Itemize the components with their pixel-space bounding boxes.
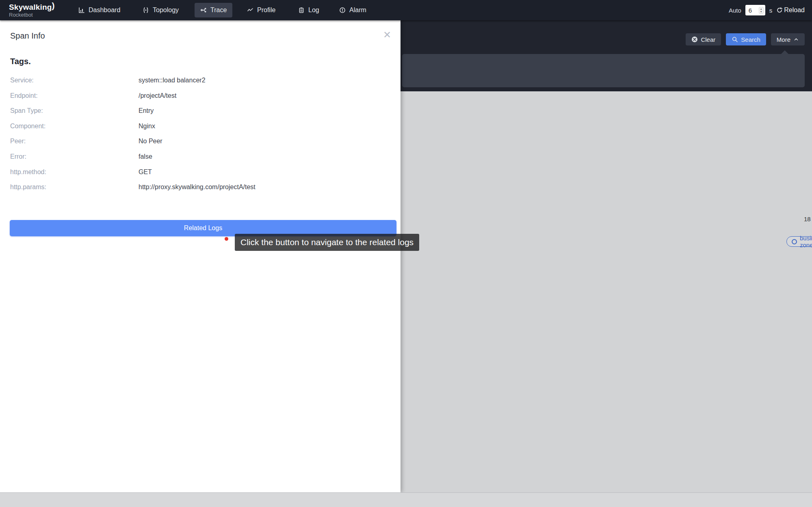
field-label: Endpoint: bbox=[10, 92, 38, 99]
clear-label: Clear bbox=[701, 36, 715, 43]
span-field-row: http.params:http://proxy.skywalking.com/… bbox=[0, 183, 401, 192]
modal-title: Span Info bbox=[10, 31, 45, 41]
nav-item-label: Profile bbox=[257, 6, 275, 14]
service-pill-projectA[interactable]: business-zone::projectA bbox=[786, 236, 812, 247]
clear-icon bbox=[691, 36, 698, 43]
reload-icon bbox=[776, 7, 783, 13]
more-options-panel bbox=[402, 54, 805, 87]
more-panel-notch bbox=[781, 50, 789, 54]
chevron-up-icon bbox=[793, 37, 799, 42]
span-field-row: Peer:No Peer bbox=[0, 138, 401, 147]
field-value: Nginx bbox=[139, 123, 155, 130]
close-icon[interactable]: ✕ bbox=[383, 29, 391, 41]
number-stepper-icon[interactable]: ▲▼ bbox=[759, 7, 764, 14]
field-label: Span Type: bbox=[10, 107, 43, 114]
span-info-modal: Span Info ✕ Tags. Service:system::load b… bbox=[0, 20, 401, 492]
logo-subtitle: Rocketbot bbox=[9, 12, 55, 18]
nav-item-label: Dashboard bbox=[89, 6, 120, 14]
span-field-row: Endpoint:/projectA/test bbox=[0, 92, 401, 101]
field-label: Service: bbox=[10, 77, 34, 84]
alarm-icon bbox=[339, 7, 346, 13]
nav-item-label: Log bbox=[308, 6, 319, 14]
field-value: No Peer bbox=[139, 138, 162, 145]
span-field-row: Service:system::load balancer2 bbox=[0, 77, 401, 86]
reload-button[interactable]: Reload bbox=[776, 6, 805, 14]
field-label: Component: bbox=[10, 123, 45, 130]
logo-title: Skywalking bbox=[9, 3, 52, 11]
field-value: http://proxy.skywalking.com/projectA/tes… bbox=[139, 183, 256, 191]
more-label: More bbox=[777, 36, 790, 43]
field-value: /projectA/test bbox=[139, 92, 176, 99]
span-field-row: Component:Nginx bbox=[0, 123, 401, 132]
auto-reload-controls: Auto 6 ▲▼ s Reload bbox=[729, 0, 805, 20]
field-value: Entry bbox=[139, 107, 154, 114]
log-icon bbox=[298, 7, 305, 13]
field-label: Error: bbox=[10, 153, 26, 160]
logo-swoosh-icon: ) bbox=[52, 1, 55, 11]
span-field-row: http.method:GET bbox=[0, 168, 401, 177]
search-label: Search bbox=[741, 36, 760, 43]
circle-icon bbox=[792, 239, 797, 244]
tags-heading: Tags. bbox=[10, 57, 31, 66]
nav-item-label: Topology bbox=[153, 6, 179, 14]
nav-item-trace[interactable]: Trace bbox=[195, 3, 232, 17]
field-value: system::load balancer2 bbox=[139, 77, 206, 84]
nav-item-log[interactable]: Log bbox=[298, 0, 319, 20]
nav-item-dashboard[interactable]: Dashboard bbox=[78, 0, 120, 20]
related-logs-tooltip: Click the button to navigate to the rela… bbox=[235, 234, 419, 251]
nav-item-label: Alarm bbox=[349, 6, 366, 14]
field-value: GET bbox=[139, 168, 152, 176]
tooltip-anchor-dot bbox=[225, 237, 228, 241]
field-label: http.params: bbox=[10, 183, 46, 191]
span-count: 18 bbox=[804, 216, 811, 222]
field-label: Peer: bbox=[10, 138, 26, 145]
more-button[interactable]: More bbox=[771, 33, 805, 45]
nav-item-alarm[interactable]: Alarm bbox=[339, 0, 366, 20]
service-pill-label: business-zone::projectA bbox=[800, 235, 812, 248]
trace-icon bbox=[200, 7, 207, 13]
clear-button[interactable]: Clear bbox=[686, 33, 721, 45]
span-field-row: Span Type:Entry bbox=[0, 107, 401, 116]
status-bar: 2021-02-02 14:29 ~ 2021-02-02 14:44 En S… bbox=[0, 492, 812, 507]
auto-label: Auto bbox=[729, 7, 741, 14]
auto-unit-label: s bbox=[769, 7, 773, 14]
search-icon bbox=[732, 36, 738, 43]
nav-item-label: Trace bbox=[210, 6, 227, 14]
bar-chart-icon bbox=[78, 7, 85, 13]
span-field-row: Error:false bbox=[0, 153, 401, 162]
topology-icon bbox=[143, 7, 149, 13]
trace-panel: View Logs 18 ListTreeTable business-zone… bbox=[401, 91, 812, 492]
field-value: false bbox=[139, 153, 152, 160]
app-logo[interactable]: Skywalking) Rocketbot bbox=[9, 2, 55, 18]
nav-item-topology[interactable]: Topology bbox=[143, 0, 179, 20]
auto-interval-input[interactable]: 6 ▲▼ bbox=[745, 5, 765, 15]
trace-toolbar: Clear Search More bbox=[686, 33, 805, 45]
auto-interval-value: 6 bbox=[749, 7, 759, 14]
search-button[interactable]: Search bbox=[726, 33, 766, 45]
profile-icon bbox=[247, 7, 253, 13]
field-label: http.method: bbox=[10, 168, 46, 176]
nav-item-profile[interactable]: Profile bbox=[247, 0, 275, 20]
top-nav: Skywalking) Rocketbot DashboardTopologyT… bbox=[0, 0, 812, 20]
reload-label: Reload bbox=[784, 6, 805, 14]
